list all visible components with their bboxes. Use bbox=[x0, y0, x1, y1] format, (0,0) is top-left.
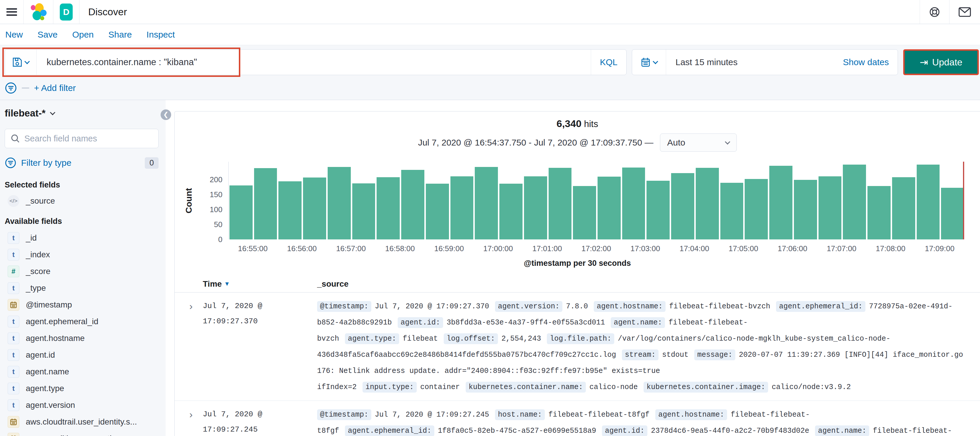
field-list-item[interactable]: #_score bbox=[5, 263, 159, 279]
field-list-item[interactable]: @timestamp bbox=[5, 296, 159, 313]
field-list-item[interactable]: </>_source bbox=[5, 192, 159, 209]
histogram-bar[interactable] bbox=[843, 164, 866, 240]
field-list-item[interactable]: t_id bbox=[5, 230, 159, 246]
index-pattern-switcher[interactable]: filebeat-* bbox=[5, 108, 159, 119]
update-button[interactable]: ⇥ Update bbox=[903, 49, 979, 75]
show-dates-button[interactable]: Show dates bbox=[843, 57, 898, 67]
field-name-badge[interactable]: agent.ephemeral_id: bbox=[345, 425, 434, 436]
field-list-item[interactable]: aws.cloudtrail.user_identity.s... bbox=[5, 414, 159, 430]
field-list-item[interactable]: tagent.ephemeral_id bbox=[5, 313, 159, 330]
field-name-badge[interactable]: kubernetes.container.name: bbox=[466, 382, 586, 393]
histogram-bar[interactable] bbox=[941, 188, 964, 240]
saved-query-menu-button[interactable] bbox=[5, 50, 37, 75]
expand-row-icon[interactable]: › bbox=[189, 299, 203, 395]
filter-by-type-row: Filter by type 0 bbox=[5, 157, 159, 169]
histogram-bar[interactable] bbox=[328, 167, 351, 240]
histogram-bar[interactable] bbox=[352, 184, 375, 240]
hamburger-menu-icon[interactable] bbox=[6, 8, 17, 16]
histogram-bar[interactable] bbox=[549, 168, 572, 240]
field-list-item[interactable]: tagent.hostname bbox=[5, 330, 159, 347]
field-name-badge[interactable]: kubernetes.container.image: bbox=[644, 382, 768, 393]
elastic-logo-icon[interactable] bbox=[30, 3, 46, 21]
field-name-badge[interactable]: agent.name: bbox=[815, 425, 869, 436]
query-input-group: kubernetes.container.name : "kibana" KQL bbox=[5, 49, 627, 75]
field-list-item[interactable]: tagent.version bbox=[5, 397, 159, 414]
field-list-item[interactable]: tagent.name bbox=[5, 363, 159, 380]
field-name-badge[interactable]: agent.name: bbox=[611, 317, 665, 328]
histogram-bar[interactable] bbox=[646, 181, 670, 240]
histogram-bar[interactable] bbox=[892, 177, 915, 240]
histogram-bar[interactable] bbox=[622, 168, 645, 240]
field-list-item[interactable]: tagent.id bbox=[5, 347, 159, 363]
histogram-bar[interactable] bbox=[745, 179, 768, 240]
field-name-badge[interactable]: agent.type: bbox=[345, 333, 399, 344]
x-axis-tick-label: 16:55:00 bbox=[238, 244, 267, 253]
expand-row-icon[interactable]: › bbox=[189, 407, 203, 436]
field-name-badge[interactable]: log.offset: bbox=[444, 333, 498, 344]
field-name-badge[interactable]: @timestamp: bbox=[317, 301, 371, 312]
histogram-bar[interactable] bbox=[450, 176, 474, 240]
histogram-bar[interactable] bbox=[475, 167, 498, 240]
row-source-cell: @timestamp:Jul 7, 2020 @ 17:09:27.245hos… bbox=[317, 407, 964, 436]
field-list-item[interactable]: tagent.type bbox=[5, 380, 159, 397]
field-list-item[interactable]: azure.auditlogs.properties.ac... bbox=[5, 430, 159, 436]
histogram-bar[interactable] bbox=[671, 173, 694, 240]
time-column-header[interactable]: Time bbox=[203, 279, 222, 289]
discover-app-badge[interactable]: D bbox=[60, 3, 73, 21]
x-axis-tick-label: 16:59:00 bbox=[434, 244, 464, 253]
field-name-badge[interactable]: agent.hostname: bbox=[594, 301, 665, 312]
field-name-label: _index bbox=[26, 250, 50, 259]
interval-select[interactable]: Auto bbox=[660, 134, 737, 152]
field-name-badge[interactable]: message: bbox=[694, 350, 735, 360]
histogram-bar[interactable] bbox=[696, 168, 719, 240]
field-name-badge[interactable]: log.file.path: bbox=[547, 333, 614, 344]
field-name-badge[interactable]: agent.id: bbox=[398, 317, 443, 328]
save-button[interactable]: Save bbox=[38, 30, 57, 40]
histogram-bar[interactable] bbox=[377, 177, 400, 240]
query-input[interactable]: kubernetes.container.name : "kibana" bbox=[37, 57, 591, 67]
table-row: ›Jul 7, 2020 @ 17:09:27.245@timestamp:Ju… bbox=[175, 401, 980, 436]
histogram-bar[interactable] bbox=[598, 177, 621, 240]
field-name-badge[interactable]: agent.hostname: bbox=[655, 409, 727, 420]
inspect-button[interactable]: Inspect bbox=[146, 30, 175, 40]
histogram-bar[interactable] bbox=[720, 183, 743, 240]
quick-select-date-button[interactable] bbox=[632, 50, 666, 75]
histogram-bar[interactable] bbox=[794, 180, 817, 240]
histogram-bar[interactable] bbox=[917, 164, 940, 240]
field-list-item[interactable]: t_type bbox=[5, 279, 159, 296]
field-name-badge[interactable]: agent.id: bbox=[602, 425, 648, 436]
histogram-bar[interactable] bbox=[426, 184, 449, 240]
field-name-badge[interactable]: agent.version: bbox=[495, 301, 562, 312]
field-name-badge[interactable]: stream: bbox=[622, 350, 659, 360]
open-button[interactable]: Open bbox=[72, 30, 94, 40]
histogram-bar[interactable] bbox=[229, 185, 253, 240]
histogram-bar[interactable] bbox=[867, 186, 891, 240]
histogram-bar[interactable] bbox=[500, 184, 523, 240]
time-range-value[interactable]: Last 15 minutes bbox=[666, 57, 738, 67]
kql-language-button[interactable]: KQL bbox=[591, 50, 626, 75]
histogram-bar[interactable] bbox=[769, 166, 792, 240]
field-list-item[interactable]: t_index bbox=[5, 246, 159, 263]
field-name-badge[interactable]: @timestamp: bbox=[317, 409, 371, 420]
histogram-bar[interactable] bbox=[573, 186, 596, 240]
histogram-bar[interactable] bbox=[819, 176, 842, 240]
mail-icon[interactable] bbox=[958, 6, 971, 18]
field-name-badge[interactable]: agent.ephemeral_id: bbox=[776, 301, 865, 312]
filter-by-type-button[interactable]: Filter by type bbox=[21, 158, 72, 168]
histogram-bar[interactable] bbox=[254, 168, 277, 240]
field-name-badge[interactable]: host.name: bbox=[495, 409, 545, 420]
new-button[interactable]: New bbox=[5, 30, 23, 40]
collapse-sidebar-button[interactable]: ❮ bbox=[161, 109, 171, 120]
search-field-names-input[interactable] bbox=[24, 134, 153, 144]
histogram-bar[interactable] bbox=[524, 176, 547, 240]
histogram-bar[interactable] bbox=[401, 170, 424, 240]
share-button[interactable]: Share bbox=[108, 30, 132, 40]
histogram-bar[interactable] bbox=[303, 177, 326, 240]
field-type-string-token: t bbox=[8, 399, 19, 411]
help-icon[interactable] bbox=[929, 6, 940, 18]
field-name-badge[interactable]: input.type: bbox=[363, 382, 417, 393]
saved-filters-icon[interactable] bbox=[5, 82, 17, 94]
add-filter-button[interactable]: + Add filter bbox=[34, 83, 76, 93]
histogram-bar[interactable] bbox=[278, 181, 302, 240]
sort-descending-icon[interactable]: ▼ bbox=[224, 281, 230, 287]
